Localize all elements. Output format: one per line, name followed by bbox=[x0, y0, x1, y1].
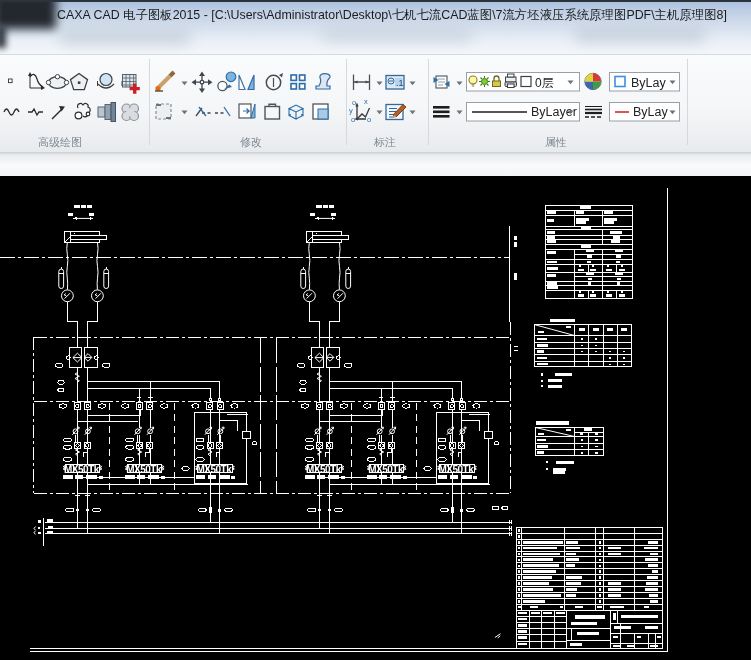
svg-text:ByLay: ByLay bbox=[631, 76, 666, 90]
svg-text:y: y bbox=[349, 106, 353, 115]
svg-text:ByLay: ByLay bbox=[633, 105, 668, 119]
svg-text:o: o bbox=[351, 115, 355, 124]
svg-text:o: o bbox=[367, 115, 371, 124]
svg-text:x: x bbox=[364, 97, 368, 106]
svg-text:.1: .1 bbox=[396, 78, 404, 88]
svg-text:0层: 0层 bbox=[535, 76, 554, 90]
